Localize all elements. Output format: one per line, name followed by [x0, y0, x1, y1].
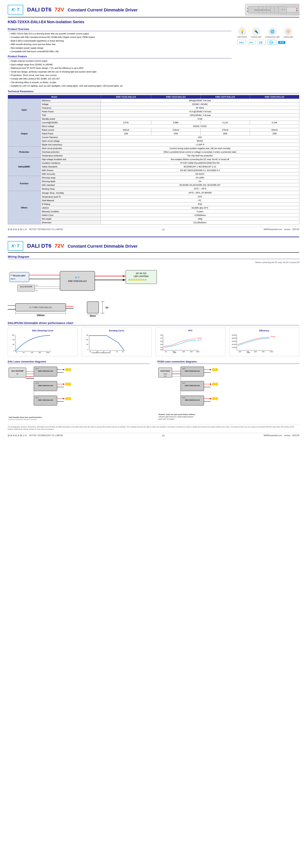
- svg-point-153: [65, 397, 68, 400]
- svg-text:DA: DA: [16, 373, 19, 375]
- svg-text:80: 80: [12, 339, 14, 341]
- insulation-label: Insulation resistance: [40, 161, 101, 165]
- svg-rect-44: [131, 279, 133, 280]
- page2-footer: 固 泰 科 技 有 限 公 司 KEYTEC TECHNOLOGY CO.,LI…: [8, 433, 299, 437]
- table-row: Overload protection When a predetermined…: [8, 150, 299, 154]
- net-weight-value: 100g: [101, 217, 299, 221]
- chart-section-title: DALI/PUSH Dimmable driver performance ch…: [8, 321, 299, 326]
- svg-rect-46: [136, 279, 137, 280]
- dali-std-label: DALI standard: [40, 183, 101, 187]
- table-row: DALI standard IEC62385-101,IEC62385-102,…: [8, 183, 299, 187]
- feature-item-5: Protections: Short circuit, over load, o…: [10, 74, 231, 77]
- wall-washer-icon: 💡: [238, 28, 246, 35]
- table-row: Output Current@220VAC 0.07A 0.08A 0.11A …: [8, 121, 299, 124]
- ripple-value: <1.5VP-P: [101, 143, 299, 147]
- svg-text:K↑T: K↑T: [75, 276, 80, 279]
- emc-emission-value: EN IEC 55015,EN61000-3-2, IEC61000-3-3: [101, 168, 299, 172]
- svg-text:K↑T: K↑T: [183, 368, 185, 370]
- version-p2: version：2023.05: [284, 434, 299, 436]
- svg-rect-12: [278, 6, 278, 13]
- svg-text:KMD-72320-DALI-E4: KMD-72320-DALI-E4: [38, 385, 53, 386]
- logo-area: K↑T DALI DT6 72V Constant Current Dimmab…: [8, 5, 138, 14]
- svg-text:240w: 240w: [46, 352, 50, 353]
- push-connection-box: PUSH uses connection diagrams Push Panel…: [158, 360, 300, 420]
- table-row: Working Temp. -25℃～+45℃: [8, 187, 299, 191]
- p2-header-brand: DALI DT6: [27, 243, 52, 249]
- svg-text:79.00%: 79.00%: [232, 347, 236, 348]
- svg-text:0.97: 0.97: [160, 338, 163, 339]
- direct-v-label: Direct voltage: [40, 124, 101, 128]
- svg-text:DA: DA: [36, 284, 38, 286]
- svg-marker-38: [123, 275, 126, 277]
- lifetime-value: 50,000h @ta 25℃: [101, 206, 299, 210]
- current220-v3: 0.11A: [200, 121, 250, 124]
- table-row: Temperature point-Tc 75℃: [8, 195, 299, 199]
- insulation-value: IP>0JP>100M Ohms500VDC2500/70% RH: [101, 161, 299, 165]
- current220-label: Current@220VAC: [40, 121, 101, 124]
- rated-current-v3: 270mA: [200, 128, 250, 132]
- ceiling-light-icon: 🔆: [284, 28, 292, 35]
- storage-temp-value: -40℃/＋85%, 20~80%RH: [101, 191, 299, 195]
- dali-connection-svg: DALI MASTER DA K↑T KMD-72320-DALI-E4: [8, 366, 132, 420]
- svg-text:90%: 90%: [190, 351, 193, 352]
- safety-std-label: Safety Standards: [40, 165, 101, 168]
- dali-connection-box: DALI uses connection diagrams DALI MASTE…: [8, 360, 150, 420]
- table-row: Standby power 0.5W: [8, 117, 299, 121]
- page1-header: K↑T DALI DT6 72V Constant Current Dimmab…: [8, 4, 299, 18]
- p2-logo-area: K↑T DALI DT6 72V Constant Current Dimmab…: [8, 241, 138, 251]
- short-circuit-value: Connect wrong output positive negative p…: [101, 147, 299, 150]
- dali-dimming-title: DALI Dimming Curve: [9, 330, 76, 332]
- emc-immunity-value: EN 61547: [101, 172, 299, 176]
- svg-rect-50: [145, 279, 146, 280]
- efficiency-chart: Efficiency 90.00% 88.00% 86.00% 84.00% 7…: [229, 328, 299, 356]
- svg-marker-188: [210, 398, 212, 399]
- svg-text:240VCA: 240VCA: [197, 339, 202, 341]
- temp-prot-label: Temperature protection: [40, 154, 101, 158]
- rated-power-label: Rated Power: [40, 132, 101, 135]
- svg-marker-172: [210, 369, 212, 370]
- company-cn-p2: 固 泰 科 技 有 限 公 司: [8, 434, 27, 436]
- svg-text:K↑T   KMD-72320-DALI-E4: K↑T KMD-72320-DALI-E4: [30, 306, 52, 309]
- company-en-p1: KEYTEC TECHNOLOGY CO.,LIMITED: [29, 228, 63, 230]
- wall-washer-label: Wall Washer: [238, 36, 247, 38]
- svg-text:70%: 70%: [247, 351, 249, 352]
- svg-text:KMD-72320-DALI-E4: KMD-72320-DALI-E4: [185, 370, 200, 372]
- overview-item-1: KMD-72XXX-DALI-E4 is a dimming driver th…: [10, 32, 231, 35]
- svg-text:40: 40: [12, 343, 14, 345]
- svg-marker-180: [210, 383, 212, 385]
- dimension-value: 121x30x20mm: [101, 221, 299, 224]
- table-row: Rated current 160mA 210mA 270mA 320mA: [8, 128, 299, 132]
- svg-point-182: [215, 382, 218, 386]
- table-row: EMC Immunity EN 61547: [8, 172, 299, 176]
- rated-power-v1: 12W: [101, 132, 151, 135]
- efficiency-label: Efficiency: [40, 99, 101, 102]
- push-conn-title: PUSH uses connection diagrams: [158, 360, 300, 364]
- svg-text:Remark: Only use open push but: Remark: Only use open push button withou…: [159, 413, 195, 415]
- svg-text:100mm: 100mm: [36, 314, 45, 317]
- svg-text:40: 40: [86, 343, 88, 345]
- page1-footer: 固 泰 科 技 有 限 公 司 KEYTEC TECHNOLOGY CO.,LI…: [8, 227, 299, 231]
- function-group-header: Function: [8, 176, 40, 191]
- version-p1: version：2023.05: [284, 228, 299, 230]
- svg-rect-8: [262, 6, 263, 13]
- ceiling-light-label: Ceiling Light: [283, 36, 293, 38]
- dim-range-label: Dimming range: [40, 176, 101, 180]
- svg-rect-1: [287, 7, 296, 12]
- product-image: KMD-72320-DALI-E4 K↑T: [245, 4, 299, 16]
- temp-prot-value: The chip itself has protection: [101, 154, 299, 158]
- svg-text:0.95: 0.95: [160, 344, 163, 345]
- overload-label: Overload protection: [40, 150, 101, 154]
- table-row: Lifetime 50,000h @ta 25℃: [8, 206, 299, 210]
- svg-text:0.96: 0.96: [160, 341, 163, 342]
- page-divider: [8, 237, 299, 237]
- svg-text:AC220-240V: AC220-240V: [13, 275, 26, 277]
- height-dim-svg: 32mm 20mm: [85, 300, 108, 317]
- svg-text:50%: 50%: [173, 351, 175, 352]
- footer-page-p1: 1/2: [162, 228, 165, 230]
- derating-title: Derating Curve: [83, 330, 150, 332]
- feature-item-3: Waterproof level IP 20,PF factor design …: [10, 67, 231, 70]
- tc-label: Temperature point-Tc: [40, 195, 101, 199]
- cert-row: DALI ErP CE RoHS IP20: [238, 40, 299, 45]
- svg-text:90.00%: 90.00%: [232, 335, 236, 336]
- svg-text:K↑T: K↑T: [183, 382, 185, 384]
